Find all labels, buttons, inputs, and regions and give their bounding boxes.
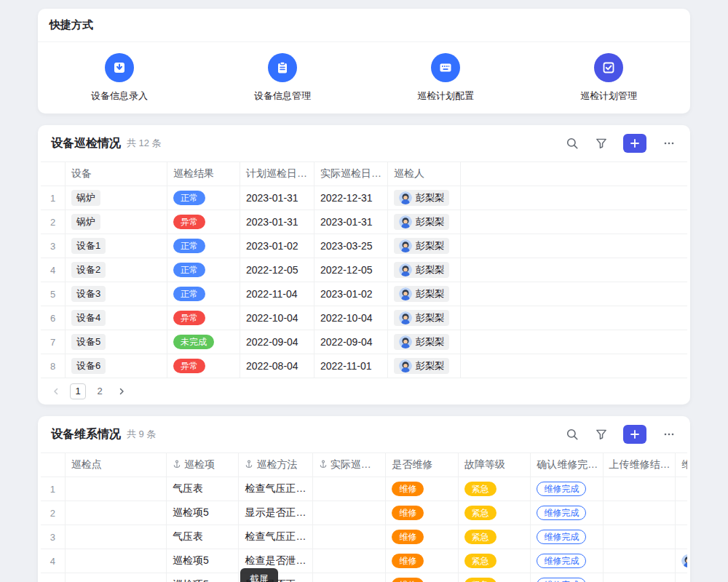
level-cell[interactable]: 紧急 xyxy=(459,525,531,549)
extra-cell[interactable] xyxy=(676,525,687,549)
extra-cell[interactable] xyxy=(676,549,687,573)
plan-date-cell[interactable]: 2023-01-02 xyxy=(240,234,314,258)
actual-cell[interactable] xyxy=(313,477,386,501)
table-row[interactable]: 2 巡检项5 显示是否正… 维修 紧急 维修完成 xyxy=(41,501,687,525)
table-row[interactable]: 1 气压表 检查气压正… 维修 紧急 维修完成 xyxy=(41,477,687,501)
upload-cell[interactable] xyxy=(604,525,676,549)
confirm-cell[interactable]: 维修完成 xyxy=(531,525,603,549)
add-record-button[interactable] xyxy=(623,134,646,153)
pagination-page-2[interactable]: 2 xyxy=(92,383,108,399)
level-cell[interactable]: 紧急 xyxy=(459,549,531,573)
level-cell[interactable]: 紧急 xyxy=(459,501,531,525)
point-cell[interactable] xyxy=(66,573,167,582)
point-cell[interactable] xyxy=(66,501,167,525)
extra-cell[interactable] xyxy=(676,501,687,525)
pagination-prev-icon[interactable] xyxy=(48,383,64,399)
plan-date-cell[interactable]: 2023-01-31 xyxy=(240,186,314,210)
device-cell[interactable]: 设备5 xyxy=(66,330,167,354)
shortcut-plan-config[interactable]: 巡检计划配置 xyxy=(364,53,527,103)
table-row[interactable]: 8 设备6 异常 2022-08-04 2022-11-01 彭梨梨 xyxy=(41,354,687,378)
upload-cell[interactable] xyxy=(604,549,676,573)
actual-cell[interactable] xyxy=(313,549,386,573)
inspector-cell[interactable]: 彭梨梨 xyxy=(388,210,461,234)
search-icon[interactable] xyxy=(565,427,579,442)
result-cell[interactable]: 异常 xyxy=(167,306,240,330)
actual-cell[interactable] xyxy=(313,501,386,525)
result-cell[interactable]: 异常 xyxy=(167,210,240,234)
actual-date-cell[interactable]: 2022-11-01 xyxy=(314,354,388,378)
device-cell[interactable]: 设备6 xyxy=(66,354,167,378)
plan-date-cell[interactable]: 2022-08-04 xyxy=(240,354,314,378)
table-row[interactable]: 6 设备4 异常 2022-10-04 2022-10-04 彭梨梨 xyxy=(41,306,687,330)
extra-cell[interactable] xyxy=(676,477,687,501)
plan-date-cell[interactable]: 2023-01-31 xyxy=(240,210,314,234)
table-row[interactable]: 4 巡检项5 检查是否泄… 维修 紧急 维修完成 xyxy=(41,549,687,573)
item-cell[interactable]: 气压表 xyxy=(167,525,239,549)
table-row[interactable]: 5 巡检项5 显示是否正… 维修 紧急 维修完成 xyxy=(41,573,687,582)
result-cell[interactable]: 正常 xyxy=(167,234,240,258)
filter-icon[interactable] xyxy=(594,136,609,151)
device-cell[interactable]: 锅炉 xyxy=(66,186,167,210)
inspector-cell[interactable]: 彭梨梨 xyxy=(388,354,461,378)
filter-icon[interactable] xyxy=(594,427,609,442)
method-cell[interactable]: 检查气压正… xyxy=(239,525,312,549)
result-cell[interactable]: 未完成 xyxy=(167,330,240,354)
actual-date-cell[interactable]: 2023-01-02 xyxy=(314,282,388,306)
actual-date-cell[interactable]: 2023-03-25 xyxy=(314,234,388,258)
level-cell[interactable]: 紧急 xyxy=(459,477,531,501)
actual-date-cell[interactable]: 2022-10-04 xyxy=(314,306,388,330)
repair-cell[interactable]: 维修 xyxy=(386,501,458,525)
confirm-cell[interactable]: 维修完成 xyxy=(531,477,603,501)
inspector-cell[interactable]: 彭梨梨 xyxy=(388,186,461,210)
repair-cell[interactable]: 维修 xyxy=(386,525,458,549)
table-row[interactable]: 7 设备5 未完成 2022-09-04 2022-09-04 彭梨梨 xyxy=(41,330,687,354)
device-cell[interactable]: 设备1 xyxy=(66,234,167,258)
repair-cell[interactable]: 维修 xyxy=(386,549,458,573)
point-cell[interactable] xyxy=(66,525,167,549)
table-row[interactable]: 4 设备2 正常 2022-12-05 2022-12-05 彭梨梨 xyxy=(41,258,687,282)
actual-cell[interactable] xyxy=(313,573,386,582)
pagination-page-1[interactable]: 1 xyxy=(70,383,86,399)
result-cell[interactable]: 异常 xyxy=(167,354,240,378)
add-record-button[interactable] xyxy=(623,425,646,444)
result-cell[interactable]: 正常 xyxy=(167,186,240,210)
item-cell[interactable]: 巡检项5 xyxy=(167,549,239,573)
actual-cell[interactable] xyxy=(313,525,386,549)
actual-date-cell[interactable]: 2022-09-04 xyxy=(314,330,388,354)
point-cell[interactable] xyxy=(66,549,167,573)
inspector-cell[interactable]: 彭梨梨 xyxy=(388,282,461,306)
pagination-next-icon[interactable] xyxy=(114,383,130,399)
shortcut-plan-manage[interactable]: 巡检计划管理 xyxy=(527,53,690,103)
method-cell[interactable]: 检查气压正… xyxy=(239,477,312,501)
level-cell[interactable]: 紧急 xyxy=(459,573,531,582)
repair-cell[interactable]: 维修 xyxy=(386,477,458,501)
actual-date-cell[interactable]: 2022-12-31 xyxy=(314,186,388,210)
table-row[interactable]: 5 设备3 正常 2022-11-04 2023-01-02 彭梨梨 xyxy=(41,282,687,306)
item-cell[interactable]: 气压表 xyxy=(167,477,239,501)
actual-date-cell[interactable]: 2023-01-31 xyxy=(314,210,388,234)
shortcut-device-entry[interactable]: 设备信息录入 xyxy=(38,53,201,103)
plan-date-cell[interactable]: 2022-09-04 xyxy=(240,330,314,354)
confirm-cell[interactable]: 维修完成 xyxy=(531,573,603,582)
plan-date-cell[interactable]: 2022-11-04 xyxy=(240,282,314,306)
method-cell[interactable]: 显示是否正… xyxy=(239,501,312,525)
confirm-cell[interactable]: 维修完成 xyxy=(531,549,603,573)
table-row[interactable]: 1 锅炉 正常 2023-01-31 2022-12-31 彭梨梨 xyxy=(41,186,687,210)
inspector-cell[interactable]: 彭梨梨 xyxy=(388,330,461,354)
table-row[interactable]: 3 设备1 正常 2023-01-02 2023-03-25 彭梨梨 xyxy=(41,234,687,258)
table-row[interactable]: 2 锅炉 异常 2023-01-31 2023-01-31 彭梨梨 xyxy=(41,210,687,234)
actual-date-cell[interactable]: 2022-12-05 xyxy=(314,258,388,282)
inspector-cell[interactable]: 彭梨梨 xyxy=(388,234,461,258)
search-icon[interactable] xyxy=(565,136,579,151)
plan-date-cell[interactable]: 2022-12-05 xyxy=(240,258,314,282)
confirm-cell[interactable]: 维修完成 xyxy=(531,501,603,525)
inspector-cell[interactable]: 彭梨梨 xyxy=(388,258,461,282)
result-cell[interactable]: 正常 xyxy=(167,282,240,306)
table-row[interactable]: 3 气压表 检查气压正… 维修 紧急 维修完成 xyxy=(41,525,687,549)
extra-cell[interactable] xyxy=(676,573,687,582)
more-icon[interactable] xyxy=(661,136,677,151)
more-icon[interactable] xyxy=(661,427,677,442)
repair-cell[interactable]: 维修 xyxy=(386,573,458,582)
item-cell[interactable]: 巡检项5 xyxy=(167,573,239,582)
item-cell[interactable]: 巡检项5 xyxy=(167,501,239,525)
